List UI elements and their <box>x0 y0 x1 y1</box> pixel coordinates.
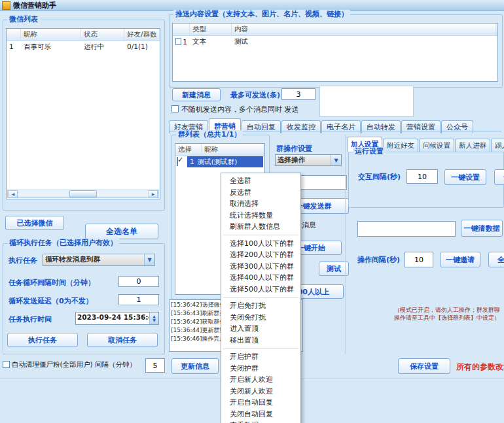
row-num: 1 <box>183 38 187 46</box>
interval2-input[interactable] <box>405 252 433 267</box>
app-icon <box>2 1 10 10</box>
menu-item-autoreply-on[interactable]: 开启自动回复 <box>221 397 300 409</box>
col-check[interactable] <box>173 24 190 35</box>
col-type[interactable]: 类型 <box>190 24 232 35</box>
menu-item-mute-on[interactable]: 开启免打扰 <box>221 300 300 312</box>
wechat-list-table[interactable]: 昵称 状态 好友/群数 1 百事可乐 运行中 0/1(1) ◀ ▶ <box>6 28 160 199</box>
wechat-list-title: 微信列表 <box>7 15 40 24</box>
group-selected-cell[interactable]: 1 测试(测试群) <box>187 156 263 167</box>
menu-item-protect-on[interactable]: 开启护群 <box>221 351 300 363</box>
group-op-label: 群操作设置 <box>276 144 312 154</box>
col-status[interactable]: 状态 <box>81 29 124 41</box>
tab-auto-forward[interactable]: 自动转发 <box>361 120 401 133</box>
menu-item-mute-off[interactable]: 关闭免打扰 <box>221 312 300 324</box>
task-combo-value: 循环转发消息到群 <box>43 254 144 265</box>
delay-label: 循环发送延迟（0为不发） <box>9 296 93 306</box>
loop-task-title: 循环执行任务（已选择用户有效） <box>7 239 119 248</box>
push-content-row[interactable]: 1 文本 测试 <box>173 36 497 47</box>
content-preview-box[interactable] <box>319 86 414 117</box>
row-type: 文本 <box>190 36 232 47</box>
auto-clean-label: 自动清理僵尸粉(全部用户) 间隔（分钟） <box>12 360 136 369</box>
tab-monitor[interactable]: 收发监控 <box>281 120 321 133</box>
menu-item-refresh-members[interactable]: 刷新群人数信息 <box>221 221 300 233</box>
interval-input[interactable] <box>118 276 159 287</box>
group-op-combo[interactable]: 选择操作 ▼ <box>275 154 342 166</box>
datetime-spinner-icon[interactable]: ▲▼ <box>149 313 158 324</box>
task-combo[interactable]: 循环转发消息到群 ▼ <box>43 254 155 266</box>
col-nick[interactable]: 昵称 <box>21 29 81 41</box>
tab-ecard[interactable]: 电子名片 <box>321 120 361 133</box>
menu-item-welcome-on[interactable]: 开启新人欢迎 <box>221 374 300 386</box>
tab-official-account[interactable]: 公众号 <box>441 120 473 133</box>
group-list-header[interactable]: 选择 昵称 <box>175 144 264 156</box>
cancel-task-button[interactable]: 取消任务 <box>87 333 158 347</box>
menu-item-under-100[interactable]: 选择100人以下的群 <box>221 238 300 250</box>
group-check-cell[interactable] <box>175 156 187 167</box>
group-checkbox[interactable] <box>177 157 178 166</box>
row-checkbox[interactable] <box>175 38 181 45</box>
col-blank[interactable] <box>7 29 21 41</box>
run-task-button[interactable]: 执行任务 <box>7 333 78 347</box>
datetime-picker[interactable]: 2023-09-24 15:36:41 ▲▼ <box>75 312 159 325</box>
group-context-menu: 全选群 反选群 取消选择 统计选择数量 刷新群人数信息 选择100人以下的群 选… <box>221 173 301 423</box>
push-content-header[interactable]: 类型 内容 <box>173 24 497 36</box>
menu-item-cancel-select[interactable]: 取消选择 <box>221 198 300 210</box>
save-settings-button[interactable]: 保存设置 <box>398 358 450 374</box>
col-content[interactable]: 内容 <box>232 24 496 35</box>
scroll-left-icon[interactable]: ◀ <box>9 190 18 198</box>
group-list-title: 群列表（总共1/1） <box>176 130 243 139</box>
tab-new-member[interactable]: 新人进群 <box>455 139 490 152</box>
max-send-input[interactable] <box>281 88 315 100</box>
menu-item-autoreply-off[interactable]: 关闭自动回复 <box>221 409 300 420</box>
scroll-thumb[interactable] <box>69 190 97 198</box>
partial-button-2[interactable]: 全部 <box>488 252 504 267</box>
col-count[interactable]: 好友/群数 <box>124 29 160 41</box>
chevron-down-icon[interactable]: ▼ <box>144 254 154 265</box>
wechat-list-groupbox: 微信列表 昵称 状态 好友/群数 1 百事可乐 运行中 0/1(1) ◀ ▶ <box>3 20 165 211</box>
chevron-down-icon[interactable]: ▼ <box>331 155 341 165</box>
menu-item-count-selected[interactable]: 统计选择数量 <box>221 210 300 222</box>
interval1-input[interactable] <box>406 169 438 184</box>
select-all-button[interactable]: 全选名单 <box>85 224 158 239</box>
menu-item-welcome-off[interactable]: 关闭新人欢迎 <box>221 386 300 398</box>
right-search-input[interactable] <box>357 221 456 237</box>
tab-auto-reply[interactable]: 自动回复 <box>242 120 281 133</box>
table-row[interactable]: 1 百事可乐 运行中 0/1(1) <box>7 41 160 52</box>
col-nick[interactable]: 昵称 <box>202 144 264 156</box>
menu-item-invert[interactable]: 反选群 <box>221 187 300 199</box>
one-key-clear-button[interactable]: 一键清数据 <box>461 220 503 237</box>
tab-kick[interactable]: 踢人 <box>491 139 504 152</box>
col-select[interactable]: 选择 <box>175 144 202 156</box>
menu-item-under-400[interactable]: 选择400人以下的群 <box>221 272 300 284</box>
partial-button-1[interactable]: 全部 <box>494 169 504 185</box>
tab-greeting[interactable]: 问候设置 <box>419 139 454 152</box>
menu-item-pin[interactable]: 进入置顶 <box>221 323 300 335</box>
delay-input[interactable] <box>118 294 159 305</box>
group-row[interactable]: 1 测试(测试群) <box>175 156 264 167</box>
new-message-button[interactable]: 新建消息 <box>172 88 221 101</box>
tab-nearby-friends[interactable]: 附近好友 <box>383 139 418 152</box>
selected-wechat-button[interactable]: 已选择微信 <box>5 216 64 230</box>
update-info-button[interactable]: 更新信息 <box>171 358 219 374</box>
menu-item-under-300[interactable]: 选择300人以下的群 <box>221 261 300 273</box>
auto-clean-checkbox[interactable] <box>3 361 10 368</box>
menu-item-select-all[interactable]: 全选群 <box>221 175 300 187</box>
menu-item-under-500[interactable]: 选择500人以下的群 <box>221 284 300 296</box>
one-key-invite-button[interactable]: 一键邀请 <box>440 252 480 267</box>
menu-item-protect-off[interactable]: 关闭护群 <box>221 363 300 375</box>
row-check-cell[interactable]: 1 <box>173 36 190 47</box>
clean-interval-input[interactable] <box>145 358 165 373</box>
one-key-set-button[interactable]: 一键设置 <box>444 169 486 185</box>
push-content-table[interactable]: 类型 内容 1 文本 测试 <box>172 23 498 82</box>
menu-item-unpin[interactable]: 移出置顶 <box>221 335 300 347</box>
wechat-list-header[interactable]: 昵称 状态 好友/群数 <box>7 29 160 41</box>
tab-marketing-settings[interactable]: 营销设置 <box>401 120 441 133</box>
scroll-right-icon[interactable]: ▶ <box>149 190 158 198</box>
menu-separator <box>223 348 298 349</box>
time-label: 任务执行时间 <box>9 314 52 324</box>
menu-item-view-data[interactable]: 查看数据 <box>221 420 300 423</box>
menu-item-under-200[interactable]: 选择200人以下的群 <box>221 249 300 261</box>
row-num: 1 <box>7 41 21 52</box>
random-send-checkbox[interactable] <box>171 105 179 112</box>
horizontal-scrollbar[interactable]: ◀ ▶ <box>7 190 159 198</box>
